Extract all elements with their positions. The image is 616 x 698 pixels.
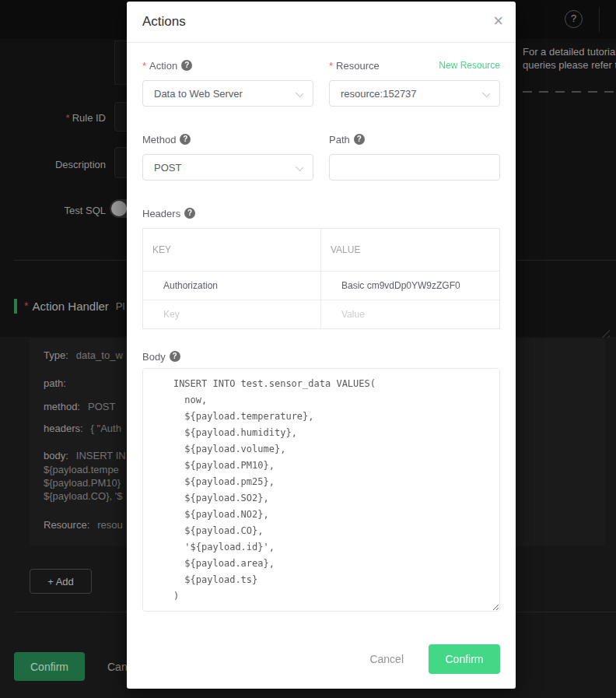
chevron-down-icon: [296, 163, 303, 171]
headers-table: KEY VALUE: [142, 228, 500, 329]
header-key-input[interactable]: [143, 272, 320, 300]
table-row: [143, 300, 499, 328]
headers-label: Headers ?: [142, 208, 195, 219]
handler-path-row: path:: [44, 377, 74, 389]
key-column-header: KEY: [143, 229, 321, 271]
resource-field: * Resource New Resource resource:152737: [329, 60, 500, 107]
handler-resource-row: Resource: resou: [44, 519, 123, 531]
chevron-down-icon: [296, 89, 303, 97]
modal-body: * Action ? Data to Web Server *: [127, 43, 516, 674]
resource-label: * Resource: [329, 60, 380, 72]
handler-method-row: method: POST: [44, 401, 115, 412]
method-label: Method ?: [142, 134, 191, 146]
action-handler-section-title: * Action Handler Pl: [14, 298, 124, 314]
cancel-button[interactable]: Cancel: [369, 653, 404, 665]
table-row: [143, 271, 499, 300]
handler-body-wrap: ${payload.tempe: [44, 464, 119, 475]
confirm-button[interactable]: Confirm: [429, 644, 500, 674]
action-label: * Action ?: [142, 60, 192, 72]
required-asterisk: *: [66, 112, 70, 124]
help-icon[interactable]: ?: [181, 60, 192, 71]
modal-title: Actions: [142, 14, 186, 30]
resource-select[interactable]: resource:152737: [329, 80, 500, 107]
help-icon[interactable]: ?: [354, 134, 365, 145]
help-icon[interactable]: ?: [184, 208, 195, 219]
action-select[interactable]: Data to Web Server: [142, 80, 313, 107]
handler-type-row: Type: data_to_w: [44, 349, 123, 361]
value-column-header: VALUE: [321, 229, 499, 271]
path-label: Path ?: [329, 134, 365, 146]
action-field: * Action ? Data to Web Server: [142, 60, 313, 107]
method-field: Method ? POST: [142, 134, 313, 181]
modal-header: Actions ×: [127, 2, 516, 43]
method-select[interactable]: POST: [142, 154, 313, 181]
handler-body-wrap: ${payload.CO}, '$: [44, 490, 123, 502]
header-divider: [599, 7, 600, 32]
handler-body-wrap: ${payload.PM10}: [44, 477, 121, 489]
description-label: Description: [0, 159, 106, 170]
header-value-input[interactable]: [321, 272, 499, 300]
toggle-knob: [111, 201, 127, 216]
rule-confirm-button[interactable]: Confirm: [14, 652, 85, 681]
add-action-button[interactable]: + Add: [30, 569, 92, 594]
tutorial-hint-text: For a detailed tutorial queries please r…: [523, 45, 616, 72]
screen: ? *Rule ID Description Test SQL * Action…: [0, 0, 616, 698]
help-icon[interactable]: ?: [170, 351, 180, 362]
header-value-input[interactable]: [321, 300, 499, 328]
dashed-divider: [523, 91, 616, 93]
header-key-input[interactable]: [143, 300, 320, 328]
rule-id-label: *Rule ID: [0, 112, 106, 124]
modal-footer: Cancel Confirm: [142, 644, 500, 674]
headers-table-head: KEY VALUE: [143, 229, 499, 271]
test-sql-label: Test SQL: [0, 205, 106, 216]
path-input[interactable]: [329, 154, 500, 181]
required-asterisk: *: [329, 60, 333, 72]
body-textarea[interactable]: INSERT INTO test.sensor_data VALUES( now…: [142, 368, 500, 612]
handler-headers-row: headers: { "Auth: [44, 423, 121, 434]
path-field: Path ?: [329, 134, 500, 181]
accent-bar: [14, 299, 17, 314]
body-label: Body ?: [142, 351, 180, 363]
help-icon[interactable]: ?: [180, 134, 191, 145]
required-asterisk: *: [24, 300, 28, 312]
chevron-down-icon: [482, 89, 490, 97]
actions-modal: Actions × * Action ? Data to Web Server: [127, 2, 516, 689]
help-icon[interactable]: ?: [565, 10, 583, 28]
handler-body-row: body: INSERT IN: [44, 450, 126, 461]
new-resource-link[interactable]: New Resource: [439, 60, 500, 71]
close-icon[interactable]: ×: [493, 10, 503, 32]
required-asterisk: *: [142, 60, 146, 72]
